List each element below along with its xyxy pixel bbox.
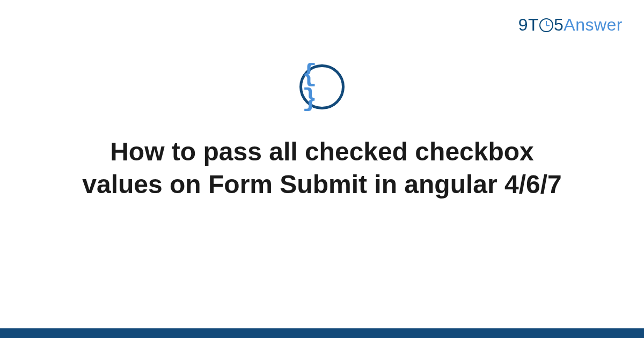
question-title: How to pass all checked checkbox values … — [54, 135, 590, 201]
logo-t: T — [528, 15, 539, 34]
logo-five: 5 — [554, 15, 564, 34]
code-braces-icon: { } — [299, 64, 345, 109]
clock-icon — [539, 18, 553, 32]
main-content: { } How to pass all checked checkbox val… — [0, 64, 644, 201]
logo-answer: Answer — [564, 15, 623, 34]
site-logo: 9T5Answer — [518, 15, 623, 35]
braces-glyph: { } — [302, 62, 342, 112]
logo-nine: 9 — [518, 15, 528, 34]
footer-accent-bar — [0, 328, 644, 338]
